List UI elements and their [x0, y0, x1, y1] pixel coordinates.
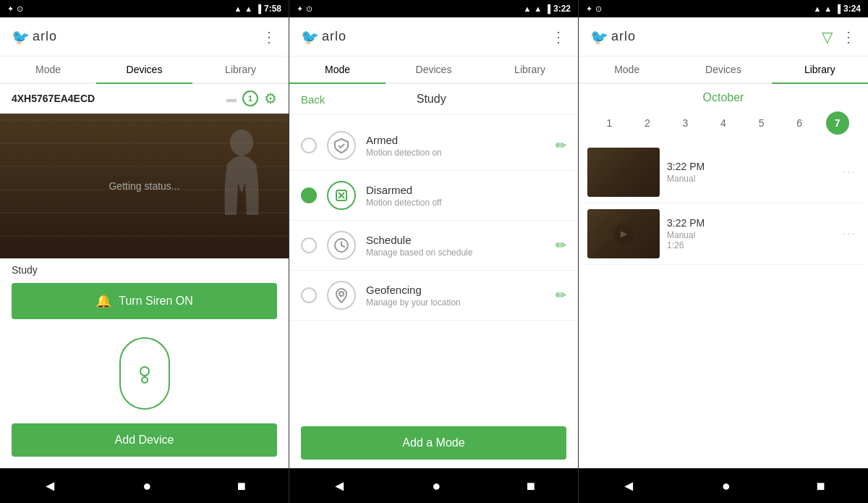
mode-radio-disarmed[interactable] [301, 187, 317, 203]
status-bar-left-3: ✦ ⊙ [586, 4, 602, 14]
siren-button[interactable]: 🔔 Turn Siren ON [12, 283, 277, 319]
battery-icon-2: ▐ [545, 4, 550, 13]
status-bar-3: ✦ ⊙ ▲ ▲ ▐ 3:24 [579, 0, 868, 17]
header-icons-3: ▽ ⋮ [822, 28, 856, 46]
arlo-logo-3: 🐦 arlo [590, 28, 636, 46]
tab-devices-1[interactable]: Devices [96, 56, 192, 83]
screen1-content: 4XH5767EA4ECD ▬ 1 ⚙ Getting status... St… [0, 84, 289, 468]
page-title-2: Study [417, 93, 446, 106]
back-header: Back Study [289, 84, 578, 115]
clip-label-1: Manual [667, 174, 833, 184]
more-menu-1[interactable]: ⋮ [262, 28, 277, 46]
back-button[interactable]: Back [301, 93, 325, 106]
battery-icon-3: ▐ [835, 4, 841, 13]
mode-item-disarmed[interactable]: Disarmed Motion detection off [289, 171, 578, 221]
add-device-button[interactable]: Add Device [12, 423, 277, 457]
recents-nav-btn-2[interactable]: ■ [521, 472, 541, 500]
mode-item-geofencing[interactable]: Geofencing Manage by your location ✏ [289, 271, 578, 321]
clip-time-2: 3:22 PM [667, 217, 833, 229]
device-placeholder [0, 324, 289, 423]
arlo-logo-2: 🐦 arlo [301, 28, 346, 46]
status-time-1: 7:58 [264, 4, 281, 14]
date-1[interactable]: 1 [597, 111, 621, 135]
mode-desc-armed: Motion detection on [366, 148, 545, 158]
recents-nav-btn-3[interactable]: ■ [811, 472, 831, 500]
arlo-bird-icon-3: 🐦 [590, 28, 608, 46]
more-menu-2[interactable]: ⋮ [551, 28, 566, 46]
tab-devices-2[interactable]: Devices [386, 56, 482, 83]
edit-icon-armed[interactable]: ✏ [556, 138, 566, 153]
shield-icon [333, 138, 349, 153]
date-6[interactable]: 6 [788, 111, 811, 135]
svg-line-8 [341, 245, 344, 247]
signal-icon-3: ▲ [813, 4, 821, 13]
mode-text-armed: Armed Motion detection on [366, 134, 545, 158]
clip-thumb-2[interactable]: ▶ [587, 209, 660, 258]
arlo-bird-icon-2: 🐦 [301, 28, 319, 46]
date-7[interactable]: 7 [826, 111, 849, 135]
home-nav-btn-1[interactable]: ● [137, 472, 157, 500]
status-bar-right-1: ▲ ▲ ▐ 7:58 [234, 4, 281, 14]
arlo-logo-1: 🐦 arlo [12, 28, 57, 46]
tab-devices-3[interactable]: Devices [675, 56, 771, 83]
arlo-wordmark-2: arlo [322, 29, 346, 44]
edit-icon-geofencing[interactable]: ✏ [556, 287, 566, 303]
mode-radio-schedule[interactable] [301, 237, 317, 253]
tab-mode-3[interactable]: Mode [579, 56, 675, 83]
svg-point-2 [142, 377, 148, 383]
mode-item-schedule[interactable]: Schedule Manage based on schedule ✏ [289, 221, 578, 271]
nav-bar-1: ◄ ● ■ [0, 468, 289, 503]
date-3[interactable]: 3 [673, 111, 697, 135]
date-row: 1 2 3 4 5 6 7 [579, 109, 868, 142]
home-nav-btn-2[interactable]: ● [426, 472, 446, 500]
nav-bar-3: ◄ ● ■ [579, 468, 868, 503]
tab-library-3[interactable]: Library [772, 56, 868, 83]
back-nav-btn-3[interactable]: ◄ [616, 472, 642, 500]
date-4[interactable]: 4 [712, 111, 735, 135]
arlo-bird-icon: 🐦 [12, 28, 30, 46]
tab-mode-2[interactable]: Mode [289, 56, 386, 83]
settings-icon[interactable]: ⚙ [264, 90, 277, 107]
library-month: October [579, 84, 868, 109]
tab-library-2[interactable]: Library [482, 56, 578, 83]
mode-radio-armed[interactable] [301, 138, 317, 153]
screen3-phone: ✦ ⊙ ▲ ▲ ▐ 3:24 🐦 arlo ▽ ⋮ Mode Devices L… [579, 0, 868, 503]
date-2[interactable]: 2 [636, 111, 659, 135]
tab-mode-1[interactable]: Mode [0, 56, 96, 83]
status-bar-right-3: ▲ ▲ ▐ 3:24 [813, 4, 861, 14]
library-clips: 3:22 PM Manual ··· ▶ 3:22 PM Manual [579, 142, 868, 468]
more-menu-3[interactable]: ⋮ [841, 28, 856, 46]
status-bar-right-2: ▲ ▲ ▐ 3:22 [523, 4, 571, 14]
back-nav-btn-2[interactable]: ◄ [326, 472, 352, 500]
date-5[interactable]: 5 [750, 111, 773, 135]
mode-radio-geofencing[interactable] [301, 287, 317, 303]
mode-text-disarmed: Disarmed Motion detection off [366, 184, 539, 208]
disarmed-icon [333, 187, 349, 203]
device-id: 4XH5767EA4ECD [12, 93, 95, 104]
filter-icon[interactable]: ▽ [822, 28, 833, 46]
mode-name-geofencing: Geofencing [366, 284, 545, 296]
clip-thumb-1[interactable] [587, 148, 660, 197]
mode-name-armed: Armed [366, 134, 545, 146]
add-mode-button[interactable]: Add a Mode [301, 426, 566, 460]
clip-more-btn-1[interactable]: ··· [840, 163, 859, 182]
notification-badge[interactable]: 1 [242, 90, 258, 106]
status-bar-left-1: ✦ ⊙ [7, 4, 23, 14]
clip-item-2: ▶ 3:22 PM Manual 1:26 ··· [584, 203, 862, 265]
status-bar-2: ✦ ⊙ ▲ ▲ ▐ 3:22 [289, 0, 578, 17]
edit-icon-schedule[interactable]: ✏ [556, 237, 566, 253]
clip-more-btn-2[interactable]: ··· [840, 224, 859, 243]
tab-nav-1: Mode Devices Library [0, 56, 289, 84]
back-nav-btn-1[interactable]: ◄ [37, 472, 63, 500]
mode-item-armed[interactable]: Armed Motion detection on ✏ [289, 121, 578, 171]
clip-time-1: 3:22 PM [667, 161, 833, 172]
screen2-content: Back Study Armed Motion detection on [289, 84, 578, 468]
app-header-3: 🐦 arlo ▽ ⋮ [579, 17, 868, 56]
clip-thumb-bg-2: ▶ [587, 209, 660, 258]
tab-library-1[interactable]: Library [192, 56, 289, 83]
status-time-2: 3:22 [553, 4, 571, 14]
location-icon [333, 287, 349, 303]
home-nav-btn-3[interactable]: ● [716, 472, 736, 500]
recents-nav-btn-1[interactable]: ■ [231, 472, 252, 500]
screen2-phone: ✦ ⊙ ▲ ▲ ▐ 3:22 🐦 arlo ⋮ Mode Devices Lib… [289, 0, 579, 503]
